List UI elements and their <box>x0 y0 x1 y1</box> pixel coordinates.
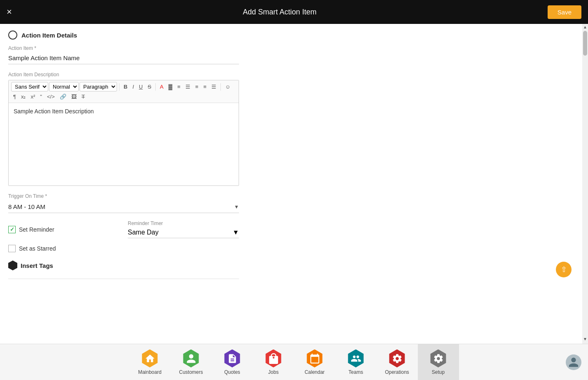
clear-format-button[interactable]: T̶ <box>80 92 87 101</box>
trigger-time-field-group: Trigger On Time * 8 AM - 10 AM ▼ <box>8 193 239 213</box>
nav-label-customers: Customers <box>179 369 203 375</box>
jobs-icon <box>265 350 283 368</box>
nav-item-mainboard[interactable]: Mainboard <box>129 344 171 380</box>
editor-body[interactable]: Sample Action Item Description <box>9 103 239 185</box>
rich-text-editor: Sans Serif Normal Paragraph B I U S A ▓ … <box>8 80 239 186</box>
user-avatar[interactable] <box>566 354 581 370</box>
reminder-timer-dropdown[interactable]: Same Day ▼ <box>128 227 239 238</box>
starred-row: Set as Starred <box>8 245 580 252</box>
set-reminder-label: Set Reminder <box>19 226 54 233</box>
toolbar-separator-2 <box>155 83 156 91</box>
bold-button[interactable]: B <box>122 82 129 91</box>
underline-button[interactable]: U <box>137 82 145 91</box>
mainboard-icon <box>141 350 159 368</box>
editor-toolbar: Sans Serif Normal Paragraph B I U S A ▓ … <box>9 80 239 103</box>
section-icon <box>8 30 17 40</box>
nav-label-calendar: Calendar <box>305 369 325 375</box>
nav-item-operations[interactable]: Operations <box>377 344 418 380</box>
divider <box>8 279 239 279</box>
quote-button[interactable]: " <box>38 92 44 101</box>
nav-item-setup[interactable]: Setup <box>418 344 459 380</box>
nav-item-jobs[interactable]: Jobs <box>253 344 294 380</box>
quotes-icon <box>223 350 241 368</box>
insert-tags[interactable]: Insert Tags <box>8 260 580 270</box>
code-button[interactable]: </> <box>45 92 57 101</box>
align-center-button[interactable]: ☰ <box>183 82 192 91</box>
subscript-button[interactable]: x₂ <box>19 92 28 101</box>
nav-label-quotes: Quotes <box>224 369 240 375</box>
scrollbar[interactable]: ▲ ▼ <box>582 24 588 344</box>
justify-button[interactable]: ≡ <box>201 82 208 91</box>
action-item-field-group: Action Item * <box>8 45 239 64</box>
reminder-timer-label: Reminder Timer <box>128 220 239 226</box>
description-label: Action Item Description <box>8 72 239 77</box>
nav-item-quotes[interactable]: Quotes <box>212 344 253 380</box>
main-content: Action Item Details Action Item * Action… <box>0 24 588 290</box>
trigger-time-value: 8 AM - 10 AM <box>8 203 45 210</box>
nav-label-jobs: Jobs <box>268 369 279 375</box>
highlight-button[interactable]: ▓ <box>166 82 174 91</box>
operations-icon <box>388 350 406 368</box>
close-button[interactable]: × <box>7 7 12 17</box>
trigger-time-dropdown[interactable]: 8 AM - 10 AM ▼ <box>8 201 239 213</box>
reminder-timer-value: Same Day <box>128 229 159 236</box>
italic-button[interactable]: I <box>130 82 136 91</box>
nav-item-teams[interactable]: Teams <box>335 344 377 380</box>
trigger-time-label: Trigger On Time * <box>8 193 239 199</box>
save-button[interactable]: Save <box>548 5 581 19</box>
nav-label-setup: Setup <box>432 369 445 375</box>
description-text: Sample Action Item Description <box>14 108 94 115</box>
strikethrough-button[interactable]: S <box>145 82 153 91</box>
scrollbar-thumb[interactable] <box>583 31 587 56</box>
action-item-input[interactable] <box>8 53 239 64</box>
action-item-label: Action Item * <box>8 45 239 51</box>
section-header: Action Item Details <box>8 30 580 40</box>
image-button[interactable]: 🖼 <box>69 92 79 101</box>
bottom-nav: Mainboard Customers Quotes Jobs Calendar… <box>0 344 588 380</box>
scroll-down-icon[interactable]: ▼ <box>582 336 588 342</box>
reminder-timer-arrow-icon: ▼ <box>232 229 239 236</box>
insert-tags-label: Insert Tags <box>21 262 53 269</box>
scroll-top-button[interactable]: ⇧ <box>556 262 572 277</box>
font-family-select[interactable]: Sans Serif <box>11 82 48 91</box>
paragraph-select[interactable]: Paragraph <box>80 82 117 91</box>
svg-marker-0 <box>8 260 17 270</box>
setup-icon <box>429 350 447 368</box>
page-title: Add Smart Action Item <box>243 8 316 16</box>
font-size-select[interactable]: Normal <box>49 82 79 91</box>
teams-icon <box>347 350 365 368</box>
set-starred-checkbox[interactable] <box>8 245 16 252</box>
calendar-icon <box>306 350 324 368</box>
customers-icon <box>182 350 200 368</box>
superscript-button[interactable]: x² <box>28 92 37 101</box>
insert-tags-icon <box>8 260 17 270</box>
set-reminder-checkbox[interactable] <box>8 226 16 233</box>
reminder-timer-group: Reminder Timer Same Day ▼ <box>128 220 239 238</box>
nav-label-teams: Teams <box>349 369 363 375</box>
trigger-time-arrow-icon: ▼ <box>234 204 239 210</box>
set-reminder-wrapper: Set Reminder <box>8 226 119 233</box>
align-left-button[interactable]: ≡ <box>175 82 183 91</box>
nav-item-calendar[interactable]: Calendar <box>294 344 335 380</box>
font-color-button[interactable]: A <box>158 82 166 91</box>
toolbar-separator-3 <box>220 83 221 91</box>
link-button[interactable]: 🔗 <box>58 92 68 101</box>
nav-item-customers[interactable]: Customers <box>171 344 212 380</box>
list-button[interactable]: ☰ <box>209 82 218 91</box>
reminder-row: Set Reminder Reminder Timer Same Day ▼ <box>8 220 239 238</box>
toolbar-separator-1 <box>119 83 119 91</box>
scroll-up-icon[interactable]: ▲ <box>582 24 588 30</box>
nav-label-operations: Operations <box>385 369 409 375</box>
nav-label-mainboard: Mainboard <box>138 369 162 375</box>
section-title: Action Item Details <box>21 32 77 39</box>
set-starred-label: Set as Starred <box>19 245 56 252</box>
align-right-button[interactable]: ≡ <box>193 82 201 91</box>
header: × Add Smart Action Item Save <box>0 0 588 24</box>
paragraph-mark-button[interactable]: ¶ <box>11 92 18 101</box>
emoji-button[interactable]: ☺ <box>223 82 232 91</box>
